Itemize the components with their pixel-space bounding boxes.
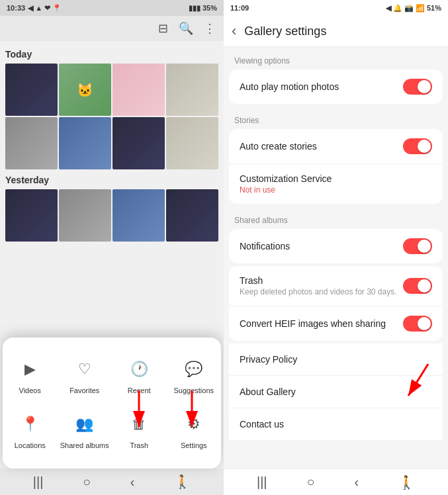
right-panel: 11:09 ◀ 🔔 📸 📶 51% ‹ Gallery settings Vie… — [224, 0, 448, 495]
nav-home-right[interactable]: ○ — [306, 474, 314, 490]
photo-thumb[interactable] — [5, 64, 58, 116]
section-label-stories: Stories — [224, 107, 448, 129]
nav-bar-right: ||| ○ ‹ 🚶 — [224, 469, 448, 495]
photo-thumb[interactable] — [5, 189, 58, 242]
left-panel: 10:33 ◀ ▲ ❤ 📍 ▮▮▮ 35% ⊟ 🔍 ⋮ Today 🐱 Yest… — [0, 0, 224, 495]
notifications-toggle[interactable] — [403, 238, 432, 254]
favorites-icon: ♡ — [71, 356, 98, 382]
photo-thumb[interactable] — [166, 64, 218, 116]
status-right-left: ▮▮▮ 35% — [189, 4, 217, 13]
status-bar-left: 10:33 ◀ ▲ ❤ 📍 ▮▮▮ 35% — [0, 0, 224, 16]
bottom-sheet: ▶ Videos ♡ Favorites 🕐 Recent 💬 Suggesti… — [3, 338, 221, 469]
customization-sub: Not in use — [240, 185, 432, 195]
nav-recents-left[interactable]: ||| — [33, 474, 44, 490]
settings-icon: ⚙ — [181, 411, 207, 437]
contact-us-text: Contact us — [240, 419, 284, 429]
nav-accessibility-right[interactable]: 🚶 — [398, 474, 415, 490]
photo-thumb[interactable] — [5, 117, 58, 169]
today-grid: 🐱 — [5, 64, 218, 169]
stories-card: Auto create stories Customization Servic… — [229, 129, 443, 204]
date-yesterday: Yesterday — [5, 175, 218, 185]
privacy-policy-text: Privacy Policy — [240, 354, 297, 365]
sheet-item-trash[interactable]: 🗑 Trash — [112, 403, 167, 458]
square-icon[interactable]: ⊟ — [158, 21, 168, 36]
sheet-item-recent[interactable]: 🕐 Recent — [112, 348, 167, 403]
auto-create-row: Auto create stories — [229, 129, 443, 164]
status-icons-right: ◀ 🔔 📸 📶 51% — [386, 4, 441, 13]
videos-icon: ▶ — [17, 356, 43, 382]
bottom-sheet-grid: ▶ Videos ♡ Favorites 🕐 Recent 💬 Suggesti… — [3, 348, 221, 458]
trash-sub: Keep deleted photos and videos for 30 da… — [240, 287, 403, 296]
sheet-item-favorites[interactable]: ♡ Favorites — [58, 348, 112, 403]
time-left: 10:33 — [7, 4, 25, 12]
auto-play-toggle[interactable] — [403, 79, 432, 95]
trash-row: Trash Keep deleted photos and videos for… — [229, 266, 443, 306]
trash-toggle[interactable] — [403, 278, 432, 294]
contact-us-row[interactable]: Contact us — [229, 408, 443, 440]
trash-title: Trash — [240, 275, 403, 286]
locations-icon: 📍 — [17, 411, 43, 437]
sheet-item-videos[interactable]: ▶ Videos — [3, 348, 58, 403]
customization-row: Customization Service Not in use — [229, 164, 443, 204]
photo-thumb[interactable] — [59, 189, 111, 242]
notifications-row: Notifications — [229, 229, 443, 263]
suggestions-label: Suggestions — [173, 386, 214, 395]
auto-play-row: Auto play motion photos — [229, 69, 443, 104]
right-header: ‹ Gallery settings — [224, 16, 448, 47]
viewing-options-card: Auto play motion photos — [229, 69, 443, 104]
time-right: 11:09 — [230, 4, 249, 12]
search-icon[interactable]: 🔍 — [179, 21, 193, 36]
shared-albums-label: Shared albums — [60, 441, 109, 450]
nav-home-left[interactable]: ○ — [83, 474, 91, 490]
sheet-item-suggestions[interactable]: 💬 Suggestions — [167, 348, 222, 403]
back-button[interactable]: ‹ — [232, 22, 236, 40]
nav-accessibility-left[interactable]: 🚶 — [174, 474, 191, 490]
status-time-left: 10:33 ◀ ▲ ❤ 📍 — [7, 4, 62, 13]
customization-title: Customization Service — [240, 173, 432, 184]
sheet-item-shared-albums[interactable]: 👥 Shared albums — [58, 403, 112, 458]
recent-label: Recent — [128, 386, 151, 395]
photo-thumb[interactable] — [59, 117, 111, 169]
status-bar-right: 11:09 ◀ 🔔 📸 📶 51% — [224, 0, 448, 16]
more-icon[interactable]: ⋮ — [204, 21, 216, 36]
trash-icon: 🗑 — [126, 411, 152, 437]
nav-bar-left: ||| ○ ‹ 🚶 — [0, 469, 224, 495]
auto-create-toggle[interactable] — [403, 138, 432, 154]
shared-albums-card: Notifications — [229, 229, 443, 263]
photo-thumb[interactable] — [112, 64, 165, 116]
auto-create-title: Auto create stories — [240, 141, 403, 152]
photo-thumb[interactable] — [166, 189, 218, 242]
photo-thumb[interactable] — [166, 117, 218, 169]
convert-heif-row: Convert HEIF images when sharing — [229, 306, 443, 341]
battery-left: ▮▮▮ 35% — [189, 4, 217, 13]
privacy-policy-row[interactable]: Privacy Policy — [229, 343, 443, 376]
photo-thumb[interactable] — [112, 117, 165, 169]
nav-back-right[interactable]: ‹ — [354, 474, 359, 490]
gallery-header: ⊟ 🔍 ⋮ — [0, 16, 224, 41]
suggestions-icon: 💬 — [181, 356, 207, 382]
convert-heif-title: Convert HEIF images when sharing — [240, 318, 403, 329]
notifications-title: Notifications — [240, 241, 403, 251]
sheet-item-settings[interactable]: ⚙ Settings — [167, 403, 222, 458]
sheet-item-locations[interactable]: 📍 Locations — [3, 403, 58, 458]
section-label-shared: Shared albums — [224, 206, 448, 229]
trash-label: Trash — [130, 441, 148, 450]
nav-back-left[interactable]: ‹ — [130, 474, 135, 490]
photo-thumb[interactable] — [112, 189, 165, 242]
date-today: Today — [5, 49, 218, 60]
videos-label: Videos — [19, 386, 41, 395]
locations-label: Locations — [15, 441, 46, 450]
nav-recents-right[interactable]: ||| — [257, 474, 267, 490]
about-gallery-row[interactable]: About Gallery — [229, 376, 443, 408]
recent-icon: 🕐 — [126, 356, 152, 382]
settings-label: Settings — [181, 441, 207, 450]
links-card: Privacy Policy About Gallery Contact us — [229, 343, 443, 440]
auto-play-title: Auto play motion photos — [240, 81, 403, 92]
about-gallery-text: About Gallery — [240, 386, 296, 397]
convert-heif-toggle[interactable] — [403, 316, 432, 332]
settings-content: Viewing options Auto play motion photos … — [224, 47, 448, 469]
photo-thumb[interactable]: 🐱 — [59, 64, 111, 116]
misc-card: Trash Keep deleted photos and videos for… — [229, 266, 443, 341]
favorites-label: Favorites — [69, 386, 99, 395]
status-icons-left: ◀ ▲ ❤ 📍 — [28, 4, 62, 13]
